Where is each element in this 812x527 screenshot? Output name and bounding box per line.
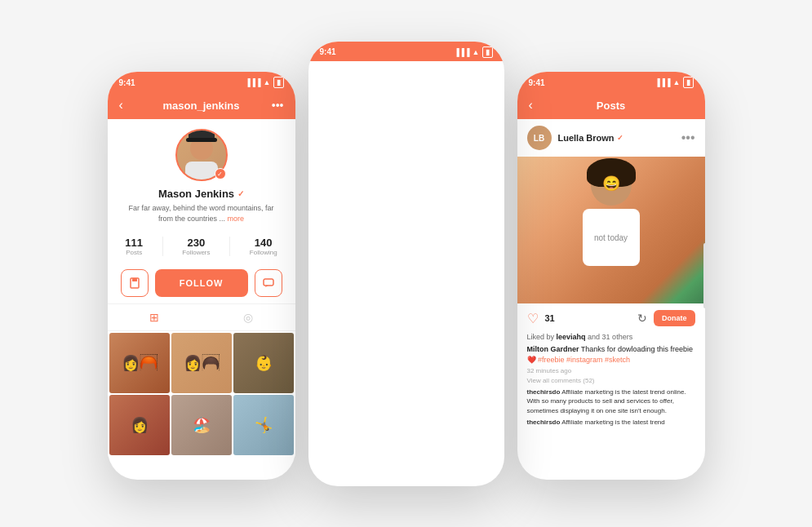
comment-mini-username: thechirsdo <box>527 388 561 396</box>
liked-by-text: Liked by <box>527 333 555 341</box>
profile-avatar-wrap: ✓ <box>175 129 228 181</box>
tagged-icon: ◎ <box>243 311 253 324</box>
svg-rect-2 <box>264 279 273 286</box>
profile-actions: FOLLOW <box>108 263 295 303</box>
photo-cell-1[interactable]: 👩🦰 <box>109 333 170 393</box>
avatar-head <box>190 137 213 160</box>
tagged-tab[interactable]: ◎ <box>202 304 295 330</box>
battery-icon-right: ▮ <box>683 77 694 88</box>
stat-divider-2 <box>229 237 230 256</box>
stat-following: 140 Following <box>250 237 277 256</box>
post-author-verified: ✓ <box>617 134 623 142</box>
save-button[interactable] <box>121 269 149 297</box>
comment-mini-2-username: thechirsdo <box>527 418 561 426</box>
message-button[interactable] <box>255 269 282 297</box>
avatar-hat <box>189 131 215 142</box>
name-verified-icon: ✓ <box>237 189 244 198</box>
profile-header: ‹ mason_jenkins ••• <box>108 91 295 119</box>
profile-stats: 111 Posts 230 Followers 140 Following <box>108 230 295 263</box>
photo-cell-3[interactable]: 👶 <box>233 333 294 393</box>
post-more-button[interactable]: ••• <box>681 131 695 145</box>
stat-posts-num: 111 <box>125 237 143 249</box>
profile-content: ✓ Mason Jenkins ✓ Far far away, behind t… <box>108 119 295 457</box>
wifi-icon: ▲ <box>264 78 271 86</box>
phone-live: 9:41 ▐▐▐ ▲ ▮ 🪴 🌱 🌿 🤚 avagtar_... Live <box>308 42 504 486</box>
post-header-row: LB Luella Brown ✓ ••• <box>517 119 705 157</box>
more-options-button[interactable]: ••• <box>268 99 284 112</box>
comment-mini-1: thechirsdo Affiliate marketing is the la… <box>527 388 695 415</box>
p-head: 😄 <box>591 165 632 206</box>
battery-icon: ▮ <box>273 77 284 88</box>
person-silhouette: 😄 not today <box>562 165 660 295</box>
share-button[interactable]: ↻ <box>637 312 647 325</box>
photo-cell-2[interactable]: 👩🦱 <box>171 333 232 393</box>
photo-tab-bar: ⊞ ◎ <box>108 303 295 331</box>
post-text-area: Liked by leeviahq and 31 others Milton G… <box>517 333 705 432</box>
grid-icon: ⊞ <box>149 311 159 324</box>
caption-tags: ❤️ #freebie #instagram #sketch <box>527 356 631 364</box>
comment-mini-2-text: Affiliate marketing is the latest trend <box>561 418 665 426</box>
verified-badge: ✓ <box>215 168 226 179</box>
stat-following-num: 140 <box>255 237 273 249</box>
posts-back-button[interactable]: ‹ <box>529 98 545 113</box>
liked-others: and 31 others <box>588 333 632 341</box>
stat-posts-label: Posts <box>126 249 142 256</box>
comment-mini-2: thechirsdo Affiliate marketing is the la… <box>527 418 695 427</box>
liked-user: leeviahq <box>557 333 586 341</box>
post-author-name-text: Luella Brown <box>558 133 615 143</box>
time-center: 9:41 <box>320 47 336 56</box>
profile-header-username: mason_jenkins <box>135 100 268 112</box>
status-bar-left: 9:41 ▐▐▐ ▲ ▮ <box>108 72 295 91</box>
post-actions-row: ♡ 31 ↻ Donate <box>517 303 705 333</box>
profile-name-text: Mason Jenkins <box>158 188 234 200</box>
profile-name: Mason Jenkins ✓ <box>158 188 244 200</box>
like-button[interactable]: ♡ <box>527 311 539 326</box>
bio-text: Far far away, behind the word mountains,… <box>129 204 274 223</box>
follow-button[interactable]: FOLLOW <box>155 269 248 297</box>
stat-divider-1 <box>162 237 163 256</box>
photo-cell-5[interactable]: 🏖️ <box>171 395 232 455</box>
photo-cell-6[interactable]: 🤸 <box>233 395 294 455</box>
status-icons-left: ▐▐▐ ▲ ▮ <box>245 77 283 88</box>
bio-more-link[interactable]: more <box>228 215 245 223</box>
post-image: 😄 not today <box>517 157 705 303</box>
posts-header-title: Posts <box>545 100 677 112</box>
post-image-person: 😄 not today <box>517 157 705 303</box>
scene: 9:41 ▐▐▐ ▲ ▮ ‹ mason_jenkins ••• <box>0 0 812 527</box>
scroll-indicator <box>703 243 705 308</box>
like-count: 31 <box>545 313 555 323</box>
stat-following-label: Following <box>250 249 277 256</box>
photo-grid: 👩🦰 👩🦱 👶 👩 🏖️ 🤸 <box>108 331 295 457</box>
time-right: 9:41 <box>529 78 545 87</box>
status-icons-right: ▐▐▐ ▲ ▮ <box>654 77 693 88</box>
wifi-icon-center: ▲ <box>473 48 480 56</box>
stat-followers: 230 Followers <box>182 237 210 256</box>
timestamp: 32 minutes ago <box>527 367 695 374</box>
signal-icon-right: ▐▐▐ <box>654 78 670 86</box>
donate-button[interactable]: Donate <box>654 310 695 326</box>
p-body: not today <box>583 209 640 266</box>
caption-user: Milton Gardner <box>527 345 579 353</box>
p-face: 😄 <box>591 165 632 193</box>
status-bar-center: 9:41 ▐▐▐ ▲ ▮ <box>308 42 504 61</box>
post-author-name: Luella Brown ✓ <box>558 133 623 143</box>
wifi-icon-right: ▲ <box>673 78 681 86</box>
post-author-avatar: LB <box>527 126 552 150</box>
grid-tab[interactable]: ⊞ <box>108 304 202 330</box>
back-button[interactable]: ‹ <box>119 98 135 113</box>
posts-header: ‹ Posts <box>517 91 705 119</box>
battery-icon-center: ▮ <box>482 46 493 58</box>
status-icons-center: ▐▐▐ ▲ ▮ <box>454 46 492 58</box>
signal-icon: ▐▐▐ <box>245 78 260 86</box>
post-caption: Milton Gardner Thanks for dowloading thi… <box>527 344 695 365</box>
photo-cell-4[interactable]: 👩 <box>109 395 170 455</box>
view-comments-link[interactable]: View all comments (52) <box>527 377 695 384</box>
avatar-body <box>185 162 218 179</box>
phone-posts: 9:41 ▐▐▐ ▲ ▮ ‹ Posts LB Luella Brown ✓ <box>517 72 705 480</box>
stat-followers-num: 230 <box>188 237 206 249</box>
stat-posts: 111 Posts <box>125 237 143 256</box>
status-bar-right: 9:41 ▐▐▐ ▲ ▮ <box>517 72 705 91</box>
caption-text: Thanks for dowloading this freebie <box>581 345 693 353</box>
profile-bio: Far far away, behind the word mountains,… <box>108 200 295 227</box>
phone-profile: 9:41 ▐▐▐ ▲ ▮ ‹ mason_jenkins ••• <box>108 72 295 480</box>
